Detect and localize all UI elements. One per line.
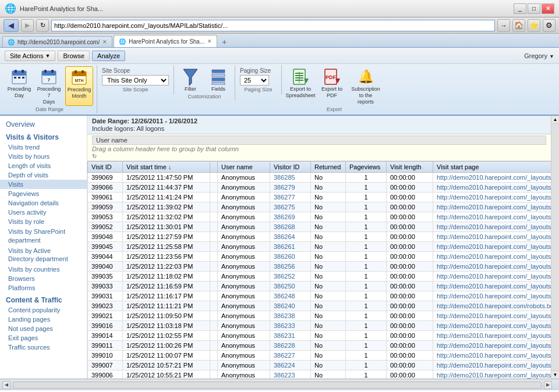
cell-visit-page[interactable]: http://demo2010.harepoint.com/_layouts..… [433, 183, 551, 193]
col-user-name[interactable]: User name [218, 162, 270, 173]
scroll-up-arrow[interactable]: ▲ [551, 116, 559, 124]
sidebar-item-visits-by-role[interactable]: Visits by role [0, 217, 87, 226]
tab-2-close[interactable]: ✕ [207, 38, 212, 44]
scroll-down-arrow[interactable]: ▼ [551, 370, 559, 379]
sidebar-item-platforms[interactable]: Platforms [0, 283, 87, 293]
col-visitor-id[interactable]: Visitor ID [270, 162, 311, 173]
cell-visit-page[interactable]: http://demo2010.harepoint.com/_layouts..… [433, 311, 551, 321]
cell-visitor-id[interactable]: 386224 [270, 361, 311, 370]
back-button[interactable]: ◀ [3, 19, 19, 32]
right-scrollbar[interactable]: ▲ ▼ [551, 116, 559, 379]
subscription-button[interactable]: 🔔 Subscription to the reports [348, 66, 383, 106]
sidebar-item-visits-trend[interactable]: Visits trend [0, 142, 87, 152]
col-visit-start-page[interactable]: Visit start page [433, 162, 551, 173]
cell-visit-page[interactable]: http://demo2010.harepoint.com/_layouts..… [433, 222, 551, 232]
col-visit-id[interactable]: Visit ID [88, 162, 123, 173]
sidebar-item-traffic-sources[interactable]: Traffic sources [0, 343, 87, 352]
sidebar-item-length-of-visits[interactable]: Length of visits [0, 161, 87, 170]
tab-1-close[interactable]: ✕ [102, 39, 107, 45]
sidebar-item-visits-by-hours[interactable]: Visits by hours [0, 152, 87, 161]
cell-visitor-id[interactable]: 386252 [270, 272, 311, 281]
preceding-7days-button[interactable]: 7 Preceding 7 Days [34, 66, 64, 106]
browse-button[interactable]: Browse [58, 51, 90, 61]
cell-visit-page[interactable]: http://demo2010.harepoint.com/_layouts..… [433, 361, 551, 370]
col-visit-length[interactable]: Visit length [387, 162, 433, 173]
cell-visit-page[interactable]: http://demo2010.harepoint.com/_layouts..… [433, 252, 551, 262]
star-button[interactable]: ⭐ [528, 19, 540, 32]
go-button[interactable]: → [497, 19, 510, 32]
sidebar-item-landing-pages[interactable]: Landing pages [0, 315, 87, 324]
cell-visitor-id[interactable]: 386269 [270, 212, 311, 222]
h-scroll-left[interactable]: ◀ [2, 381, 10, 389]
cell-visitor-id[interactable]: 386227 [270, 351, 311, 361]
cell-visitor-id[interactable]: 386240 [270, 301, 311, 311]
cell-visitor-id[interactable]: 386228 [270, 341, 311, 351]
preceding-day-button[interactable]: Preceding Day [6, 66, 33, 106]
cell-visit-page[interactable]: http://demo2010.harepoint.com/_layouts..… [433, 321, 551, 331]
cell-visit-page[interactable]: http://demo2010.harepoint.com/_layouts..… [433, 212, 551, 222]
sidebar-item-overview[interactable]: Overview [0, 118, 87, 130]
scroll-track[interactable] [551, 124, 559, 370]
sidebar-item-pageviews[interactable]: Pageviews [0, 189, 87, 198]
close-button[interactable]: ✕ [542, 3, 554, 14]
cell-visit-page[interactable]: http://demo2010.harepoint.com/_layouts..… [433, 173, 551, 183]
cell-visit-page[interactable]: http://demo2010.harepoint.com/_layouts..… [433, 262, 551, 272]
h-scroll-track[interactable] [13, 382, 542, 389]
sidebar-item-users-activity[interactable]: Users activity [0, 208, 87, 217]
cell-visit-page[interactable]: http://demo2010.harepoint.com/_layouts..… [433, 370, 551, 379]
cell-visitor-id[interactable]: 386248 [270, 291, 311, 301]
maximize-button[interactable]: □ [528, 3, 540, 14]
sidebar-item-visits-by-countries[interactable]: Visits by countries [0, 265, 87, 274]
cell-visit-page[interactable]: http://demo2010.harepoint.com/_layouts..… [433, 232, 551, 242]
tab-1[interactable]: 🌐 http://demo2010.harepoint.com/ ✕ [2, 36, 112, 47]
col-returned[interactable]: Returned [311, 162, 346, 173]
tab-2[interactable]: 🌐 HarePoint Analytics for Sha... ✕ [114, 35, 217, 47]
cell-visitor-id[interactable]: 386223 [270, 370, 311, 379]
cell-visitor-id[interactable]: 386260 [270, 252, 311, 262]
cell-visit-page[interactable]: http://demo2010.harepoint.com/_layouts..… [433, 202, 551, 212]
filter-button[interactable]: Filter [178, 66, 203, 93]
cell-visit-page[interactable]: http://demo2010.harepoint.com/robots.txt [433, 301, 551, 311]
cell-visitor-id[interactable]: 386264 [270, 232, 311, 242]
cell-visit-page[interactable]: http://demo2010.harepoint.com/_layouts..… [433, 341, 551, 351]
home-button[interactable]: 🏠 [512, 19, 525, 32]
cell-visit-page[interactable]: http://demo2010.harepoint.com/_layouts..… [433, 291, 551, 301]
cell-visit-page[interactable]: http://demo2010.harepoint.com/_layouts..… [433, 193, 551, 202]
site-scope-select[interactable]: This Site Only [102, 75, 169, 85]
cell-visitor-id[interactable]: 386233 [270, 321, 311, 331]
cell-visitor-id[interactable]: 386268 [270, 222, 311, 232]
address-input[interactable] [51, 20, 495, 31]
sidebar-item-visits[interactable]: Visits [0, 180, 87, 189]
forward-button[interactable]: ▶ [21, 19, 34, 32]
cell-visitor-id[interactable]: 386277 [270, 193, 311, 202]
cell-visit-page[interactable]: http://demo2010.harepoint.com/_layouts..… [433, 331, 551, 341]
cell-visit-page[interactable]: http://demo2010.harepoint.com/_layouts..… [433, 351, 551, 361]
export-pdf-button[interactable]: PDF Export to PDF [318, 66, 346, 100]
sidebar-item-exit-pages[interactable]: Exit pages [0, 333, 87, 343]
sidebar-section-visits[interactable]: Visits & Visitors [0, 130, 87, 142]
preceding-month-button[interactable]: MTH Preceding Month [65, 66, 93, 106]
sidebar-item-browsers[interactable]: Browsers [0, 274, 87, 283]
cell-visitor-id[interactable]: 386285 [270, 173, 311, 183]
sidebar-item-depth-of-visits[interactable]: Depth of visits [0, 170, 87, 180]
settings-button[interactable]: ⚙ [543, 19, 556, 32]
sidebar-item-content-popularity[interactable]: Content popularity [0, 305, 87, 315]
col-pageviews[interactable]: Pageviews [346, 162, 387, 173]
sidebar-item-visits-by-sp[interactable]: Visits by SharePointdepartment [0, 226, 87, 245]
cell-visit-page[interactable]: http://demo2010.harepoint.com/_layouts..… [433, 242, 551, 252]
sidebar-section-content[interactable]: Content & Traffic [0, 293, 87, 305]
cell-visit-page[interactable]: http://demo2010.harepoint.com/_layouts..… [433, 272, 551, 281]
cell-visit-page[interactable]: http://demo2010.harepoint.com/_layouts..… [433, 281, 551, 291]
cell-visitor-id[interactable]: 386279 [270, 183, 311, 193]
col-visit-start-time[interactable]: Visit start time ↓ [123, 162, 210, 173]
sidebar-item-visits-by-ad[interactable]: Visits by ActiveDirectory department [0, 245, 87, 265]
cell-visitor-id[interactable]: 386256 [270, 262, 311, 272]
cell-visitor-id[interactable]: 386250 [270, 281, 311, 291]
cell-visitor-id[interactable]: 386275 [270, 202, 311, 212]
h-scroll-right[interactable]: ▶ [544, 381, 552, 389]
analyze-button[interactable]: Analyze [92, 51, 125, 61]
minimize-button[interactable]: _ [514, 3, 526, 14]
data-grid[interactable]: Visit ID Visit start time ↓ User name Vi… [87, 161, 551, 379]
sidebar-item-navigation[interactable]: Navigation details [0, 198, 87, 208]
fields-button[interactable]: Fields [206, 66, 231, 93]
